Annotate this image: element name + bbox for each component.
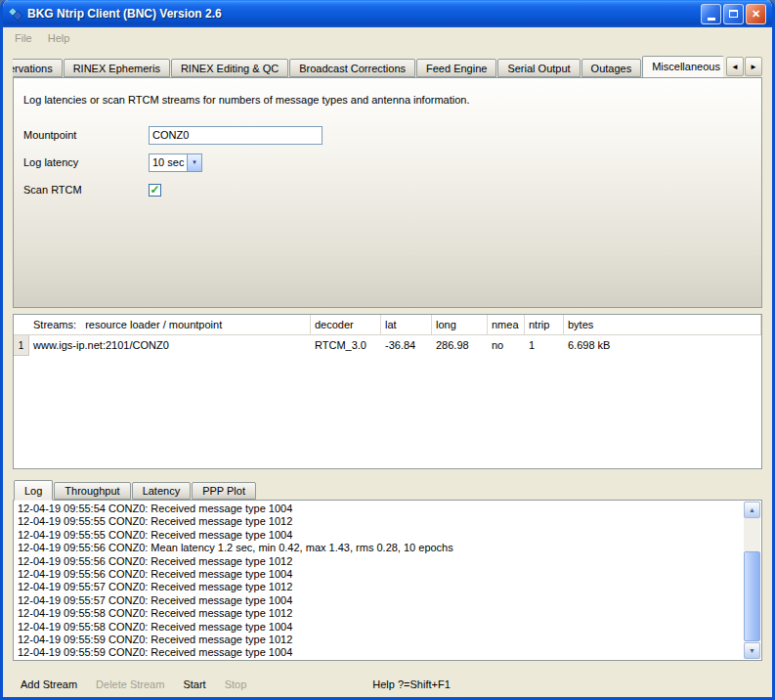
- down-arrow-icon: ▼: [749, 647, 755, 654]
- main-content: ervationsRINEX EphemerisRINEX Editing & …: [3, 49, 772, 697]
- tab-rinex-editing-qc[interactable]: RINEX Editing & QC: [171, 59, 288, 77]
- column-header-long[interactable]: long: [432, 315, 488, 334]
- status-actions: Add StreamDelete StreamStartStop: [21, 678, 265, 690]
- stream-cell-0: www.igs-ip.net:2101/CONZ0: [29, 335, 311, 356]
- app-icon: [8, 6, 23, 22]
- scroll-down-button[interactable]: ▼: [744, 642, 760, 659]
- right-arrow-icon: ►: [750, 63, 757, 71]
- row-number[interactable]: 1: [14, 335, 29, 356]
- window-controls: ✕: [701, 4, 766, 24]
- close-icon: ✕: [752, 9, 760, 20]
- column-header-decoder[interactable]: decoder: [311, 315, 381, 334]
- log-line: 12-04-19 09:55:56 CONZ0: Received messag…: [18, 568, 742, 581]
- action-start[interactable]: Start: [183, 678, 205, 690]
- log-line: 12-04-19 09:55:56 CONZ0: Received messag…: [18, 555, 742, 568]
- help-hint: Help ?=Shift+F1: [372, 678, 451, 690]
- tab-outages[interactable]: Outages: [581, 59, 642, 77]
- miscellaneous-panel: Log latencies or scan RTCM streams for n…: [13, 77, 762, 308]
- stream-cell-6: 6.698 kB: [564, 335, 761, 356]
- stream-cell-1: RTCM_3.0: [311, 335, 381, 356]
- mountpoint-label: Mountpoint: [23, 129, 149, 141]
- scan-rtcm-row: Scan RTCM ✓: [23, 180, 752, 199]
- maximize-icon: [729, 10, 738, 18]
- scroll-up-button[interactable]: ▲: [744, 502, 760, 518]
- stream-cell-5: 1: [525, 335, 564, 356]
- stream-cell-4: no: [488, 335, 525, 356]
- scroll-thumb[interactable]: [744, 551, 760, 641]
- log-line: 12-04-19 09:55:59 CONZ0: Received messag…: [18, 646, 742, 659]
- tab-serial-output[interactable]: Serial Output: [497, 59, 580, 77]
- tab-scroll-left-button[interactable]: ◄: [726, 57, 744, 76]
- tab-rinex-ephemeris[interactable]: RINEX Ephemeris: [64, 59, 170, 77]
- mountpoint-input[interactable]: [149, 126, 323, 145]
- log-line: 12-04-19 09:55:54 CONZ0: Received messag…: [18, 503, 742, 515]
- log-line: 12-04-19 09:55:58 CONZ0: Received messag…: [18, 621, 742, 634]
- log-line: 12-04-19 09:55:57 CONZ0: Received messag…: [18, 594, 742, 607]
- main-tab-bar: ervationsRINEX EphemerisRINEX Editing & …: [13, 55, 762, 77]
- log-latency-value: 10 sec: [150, 154, 187, 171]
- up-arrow-icon: ▲: [749, 506, 755, 513]
- chevron-down-icon: ▼: [192, 159, 197, 165]
- tab-latency[interactable]: Latency: [132, 482, 192, 500]
- log-line: 12-04-19 09:55:55 CONZ0: Received messag…: [18, 529, 742, 542]
- log-latency-label: Log latency: [23, 156, 149, 168]
- streams-body[interactable]: 1www.igs-ip.net:2101/CONZ0RTCM_3.0-36.84…: [14, 335, 761, 468]
- tab-feed-engine[interactable]: Feed Engine: [416, 59, 496, 77]
- action-stop[interactable]: Stop: [225, 678, 247, 690]
- action-add-stream[interactable]: Add Stream: [21, 678, 77, 690]
- scan-rtcm-checkbox[interactable]: ✓: [149, 184, 161, 197]
- close-button[interactable]: ✕: [746, 4, 766, 24]
- tab-log[interactable]: Log: [14, 480, 53, 501]
- tab-scroll-right-button[interactable]: ►: [745, 57, 762, 76]
- action-delete-stream[interactable]: Delete Stream: [96, 678, 164, 690]
- panel-description: Log latencies or scan RTCM streams for n…: [23, 94, 752, 106]
- mountpoint-row: Mountpoint: [23, 125, 752, 145]
- main-tab-bar-items: ervationsRINEX EphemerisRINEX Editing & …: [13, 55, 723, 77]
- column-header-nmea[interactable]: nmea: [488, 315, 525, 334]
- tab-miscellaneous[interactable]: Miscellaneous: [642, 56, 723, 77]
- app-window: BKG Ntrip Client (BNC) Version 2.6 ✕ Fil…: [0, 0, 775, 700]
- combo-dropdown-button[interactable]: ▼: [187, 154, 201, 171]
- status-bar: Add StreamDelete StreamStartStop Help ?=…: [13, 672, 762, 697]
- log-pane[interactable]: 12-04-19 09:55:54 CONZ0: Received messag…: [13, 500, 762, 661]
- tab-throughput[interactable]: Throughput: [54, 482, 130, 500]
- tab-broadcast-corrections[interactable]: Broadcast Corrections: [289, 59, 415, 77]
- menu-bar: FileHelp: [3, 27, 772, 49]
- log-lines: 12-04-19 09:55:54 CONZ0: Received messag…: [18, 503, 742, 660]
- column-header-mountpoint[interactable]: Streams: resource loader / mountpoint: [29, 315, 311, 334]
- log-line: 12-04-19 09:55:56 CONZ0: Mean latency 1.…: [18, 542, 742, 554]
- log-line: 12-04-19 09:55:57 CONZ0: Received messag…: [18, 581, 742, 593]
- column-header-lat[interactable]: lat: [381, 315, 432, 334]
- tab-ervations[interactable]: ervations: [13, 59, 63, 77]
- tab-ppp-plot[interactable]: PPP Plot: [192, 482, 256, 500]
- streams-header: Streams: resource loader / mountpointdec…: [14, 315, 761, 335]
- log-latency-select[interactable]: 10 sec ▼: [149, 153, 202, 172]
- window-title: BKG Ntrip Client (BNC) Version 2.6: [27, 7, 697, 21]
- maximize-button[interactable]: [723, 4, 744, 24]
- log-latency-row: Log latency 10 sec ▼: [23, 153, 752, 172]
- stream-cell-2: -36.84: [381, 335, 432, 356]
- minimize-button[interactable]: [701, 4, 721, 24]
- stream-cell-3: 286.98: [432, 335, 488, 356]
- bottom-tab-widget: LogThroughputLatencyPPP Plot 12-04-19 09…: [13, 479, 762, 661]
- menu-file[interactable]: File: [7, 30, 40, 46]
- scroll-track[interactable]: [744, 518, 760, 642]
- log-scrollbar[interactable]: ▲ ▼: [744, 502, 760, 659]
- column-header-bytes[interactable]: bytes: [564, 315, 761, 334]
- bottom-tab-bar: LogThroughputLatencyPPP Plot: [13, 479, 762, 500]
- streams-corner-cell: [14, 315, 29, 334]
- minimize-icon: [708, 18, 715, 21]
- stream-row[interactable]: 1www.igs-ip.net:2101/CONZ0RTCM_3.0-36.84…: [14, 335, 761, 356]
- left-arrow-icon: ◄: [731, 63, 739, 71]
- main-tab-clip: ervationsRINEX EphemerisRINEX Editing & …: [13, 55, 723, 77]
- scan-rtcm-label: Scan RTCM: [23, 184, 149, 196]
- log-line: 12-04-19 09:55:55 CONZ0: Received messag…: [18, 515, 742, 528]
- title-bar[interactable]: BKG Ntrip Client (BNC) Version 2.6 ✕: [3, 0, 772, 27]
- log-line: 12-04-19 09:55:58 CONZ0: Received messag…: [18, 607, 742, 620]
- streams-table: Streams: resource loader / mountpointdec…: [13, 314, 762, 469]
- column-header-ntrip[interactable]: ntrip: [525, 315, 564, 334]
- log-line: 12-04-19 09:55:59 CONZ0: Received messag…: [18, 634, 742, 646]
- menu-help[interactable]: Help: [40, 30, 78, 46]
- tab-scrollers: ◄ ►: [726, 57, 762, 76]
